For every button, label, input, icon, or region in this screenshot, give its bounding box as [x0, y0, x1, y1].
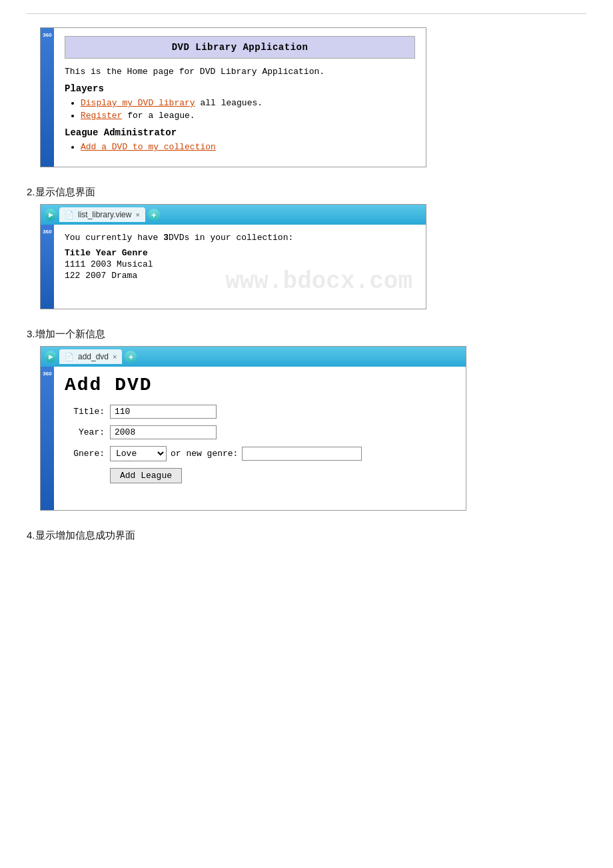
table-row: 1111 2003 Musical	[65, 259, 415, 269]
tab-add-btn-3[interactable]: +	[125, 351, 137, 363]
content-area-1: DVD Library Application This is the Home…	[54, 28, 426, 167]
left-sidebar-2: 360	[41, 225, 54, 309]
submit-row: Add League	[65, 468, 455, 483]
section-1: 360 DVD Library Application This is the …	[27, 27, 586, 167]
browser-window-1: 360 DVD Library Application This is the …	[40, 27, 426, 167]
collection-post: DVDs in your collection:	[169, 233, 293, 243]
left-sidebar-3: 360	[41, 367, 54, 510]
tab-file-icon-3: 📄	[65, 353, 74, 361]
table-header: Title Year Genre	[65, 248, 415, 258]
admin-heading: League Administrator	[65, 127, 415, 138]
tab-close-2[interactable]: ×	[135, 211, 139, 219]
content-area-2: You currently have 3DVDs in your collect…	[54, 225, 426, 309]
register-link[interactable]: Register	[81, 111, 122, 121]
browser-window-2: ▶ 📄 list_library.view × + 360 You curren…	[40, 204, 426, 309]
app-title: DVD Library Application	[65, 36, 415, 59]
players-heading: Players	[65, 83, 415, 94]
year-row: Year:	[65, 425, 455, 439]
section-2: 2.显示信息界面 ▶ 📄 list_library.view × + 360 Y…	[27, 186, 586, 309]
tab-name-2: list_library.view	[78, 210, 131, 219]
genre-inputs: Love Drama Musical Action Comedy or new …	[110, 446, 362, 461]
sidebar-logo-3: 360	[43, 371, 51, 377]
tab-bar-2: ▶ 📄 list_library.view × +	[41, 205, 426, 225]
table-row: 122 2007 Drama	[65, 271, 415, 281]
title-input[interactable]	[110, 405, 217, 419]
dvd-table: Title Year Genre 1111 2003 Musical 122 2…	[65, 248, 415, 281]
section-3: 3.增加一个新信息 ▶ 📄 add_dvd × + 360 Add DVD Ti…	[27, 328, 586, 511]
display-library-link[interactable]: Display my DVD library	[81, 98, 195, 108]
title-row: Title:	[65, 405, 455, 419]
list-item-register: Register for a league.	[81, 111, 415, 121]
genre-select[interactable]: Love Drama Musical Action Comedy	[110, 446, 167, 461]
collection-count: 3	[163, 233, 169, 243]
tab-name-3: add_dvd	[78, 352, 109, 361]
year-input[interactable]	[110, 425, 217, 439]
register-suffix: for a league.	[122, 111, 195, 121]
genre-row: Gnere: Love Drama Musical Action Comedy …	[65, 446, 455, 461]
admin-links: Add a DVD to my collection	[81, 142, 415, 152]
tab-close-3[interactable]: ×	[113, 353, 117, 361]
list-item-display: Display my DVD library all leagues.	[81, 98, 415, 108]
add-dvd-link[interactable]: Add a DVD to my collection	[81, 142, 216, 152]
play-icon-3: ▶	[49, 353, 53, 360]
tab-add-2[interactable]: +	[148, 209, 160, 221]
title-label: Title:	[65, 407, 105, 417]
display-library-suffix: all leagues.	[195, 98, 263, 108]
section-4-label: 4.显示增加信息成功界面	[27, 529, 586, 542]
play-button-3[interactable]: ▶	[45, 351, 57, 363]
collection-text: You currently have 3DVDs in your collect…	[65, 233, 415, 243]
list-item-add-dvd: Add a DVD to my collection	[81, 142, 415, 152]
sidebar-logo-2: 360	[43, 229, 51, 235]
collection-pre: You currently have	[65, 233, 163, 243]
genre-label: Gnere:	[65, 449, 105, 459]
section-3-label: 3.增加一个新信息	[27, 328, 586, 341]
content-area-3: Add DVD Title: Year: Gnere: Love Drama	[54, 367, 466, 510]
players-links: Display my DVD library all leagues. Regi…	[81, 98, 415, 121]
tab-list-library[interactable]: 📄 list_library.view ×	[59, 207, 145, 222]
add-dvd-page-title: Add DVD	[65, 375, 455, 395]
new-genre-input[interactable]	[242, 447, 362, 461]
play-button-2[interactable]: ▶	[45, 209, 57, 221]
section-2-label: 2.显示信息界面	[27, 186, 586, 199]
year-label: Year:	[65, 427, 105, 437]
tab-bar-3: ▶ 📄 add_dvd × +	[41, 347, 466, 367]
tab-add-dvd[interactable]: 📄 add_dvd ×	[59, 349, 122, 364]
new-genre-label: or new genre:	[171, 449, 238, 459]
browser-window-3: ▶ 📄 add_dvd × + 360 Add DVD Title: Year:	[40, 346, 466, 511]
add-league-button[interactable]: Add League	[110, 468, 182, 483]
tab-file-icon-2: 📄	[65, 211, 74, 219]
sidebar-logo-1: 360	[43, 32, 51, 38]
left-sidebar-1: 360	[41, 28, 54, 167]
top-divider	[27, 13, 586, 14]
home-description: This is the Home page for DVD Library Ap…	[65, 67, 415, 77]
section-4: 4.显示增加信息成功界面	[27, 529, 586, 542]
play-icon-2: ▶	[49, 211, 53, 218]
